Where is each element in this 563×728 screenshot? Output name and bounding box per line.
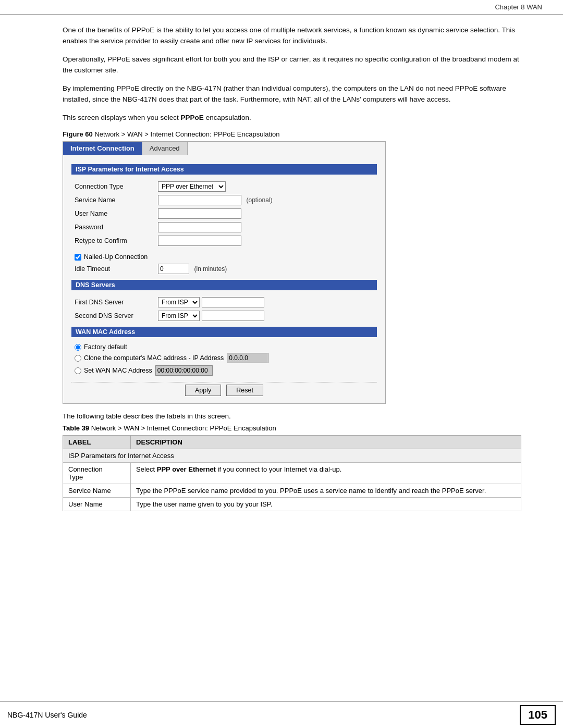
desc-suffix: if you connect to your Internet via dial…	[216, 465, 341, 473]
ui-panel: Internet Connection Advanced ISP Paramet…	[63, 141, 386, 404]
mac-set-row: Set WAN MAC Address	[71, 364, 377, 377]
dns-form-table: First DNS Server From ISP Second DNS Ser…	[71, 295, 377, 323]
apply-button[interactable]: Apply	[185, 385, 221, 396]
table-row-service-name: Service Name Type the PPPoE service name…	[63, 484, 521, 498]
mac-clone-ip-input[interactable]	[227, 353, 268, 363]
optional-label: (optional)	[246, 196, 272, 204]
connection-type-label: Connection Type	[71, 180, 155, 193]
password-input-cell	[155, 220, 377, 234]
mac-set-radio[interactable]	[75, 367, 81, 374]
idle-timeout-label: Idle Timeout	[71, 262, 155, 276]
section-dns-label: DNS Servers	[76, 281, 115, 289]
tab-advanced-label: Advanced	[150, 144, 180, 152]
span-row-isp-label: ISP Parameters for Internet Access	[63, 449, 521, 463]
nailed-up-checkbox[interactable]	[75, 254, 81, 261]
first-dns-select[interactable]: From ISP	[158, 297, 200, 307]
reset-button[interactable]: Reset	[226, 385, 263, 396]
tab-bar: Internet Connection Advanced	[63, 142, 385, 155]
connection-type-row: Connection Type PPP over Ethernet	[71, 180, 377, 193]
footer-left: NBG-417N User's Guide	[7, 711, 87, 719]
chapter-label: Chapter 8 WAN	[495, 3, 542, 11]
panel-body: ISP Parameters for Internet Access Conne…	[63, 155, 385, 403]
main-content: One of the benefits of PPPoE is the abil…	[0, 15, 563, 542]
figure-number: Figure 60	[63, 130, 93, 138]
service-name-label: Service Name	[71, 193, 155, 207]
figure-title: Network > WAN > Internet Connection: PPP…	[93, 130, 280, 138]
table-row-connection-type: ConnectionType Select PPP over Ethernet …	[63, 463, 521, 484]
first-dns-input-cell: From ISP	[155, 295, 377, 309]
retype-label: Retype to Confirm	[71, 234, 155, 248]
row-desc-service-name: Type the PPPoE service name provided to …	[131, 484, 521, 498]
para4-prefix: This screen displays when you select	[63, 114, 181, 121]
user-name-label: User Name	[71, 207, 155, 220]
mac-factory-label: Factory default	[84, 343, 127, 351]
mac-clone-label: Clone the computer's MAC address - IP Ad…	[84, 354, 224, 362]
tab-advanced[interactable]: Advanced	[142, 142, 188, 155]
tab-internet-label: Internet Connection	[70, 144, 134, 152]
row-label-user-name: User Name	[63, 498, 131, 511]
table-row-user-name: User Name Type the user name given to yo…	[63, 498, 521, 511]
tab-internet-connection[interactable]: Internet Connection	[63, 142, 142, 155]
retype-input-cell	[155, 234, 377, 248]
desc-bold: PPP over Ethernet	[157, 465, 216, 473]
user-name-input-cell	[155, 207, 377, 220]
page-number: 105	[520, 705, 556, 725]
span-row-isp: ISP Parameters for Internet Access	[63, 449, 521, 463]
following-text: The following table describes the labels…	[63, 412, 521, 420]
row-desc-connection-type: Select PPP over Ethernet if you connect …	[131, 463, 521, 484]
paragraph-3: By implementing PPPoE directly on the NB…	[63, 83, 521, 105]
table-title: Network > WAN > Internet Connection: PPP…	[89, 424, 276, 432]
mac-clone-row: Clone the computer's MAC address - IP Ad…	[71, 352, 377, 364]
table-number: Table 39	[63, 424, 89, 432]
chapter-header: Chapter 8 WAN	[0, 0, 563, 15]
user-name-row: User Name	[71, 207, 377, 220]
mac-set-input[interactable]	[155, 365, 213, 376]
nailed-up-row: Nailed-Up Connection	[71, 252, 377, 262]
second-dns-input-cell: From ISP	[155, 309, 377, 323]
retype-row: Retype to Confirm	[71, 234, 377, 248]
idle-timeout-input[interactable]	[158, 264, 189, 274]
idle-timeout-table: Idle Timeout (in minutes)	[71, 262, 377, 276]
row-label-service-name: Service Name	[63, 484, 131, 498]
row-label-connection-type: ConnectionType	[63, 463, 131, 484]
service-name-input-cell: (optional)	[155, 193, 377, 207]
para4-bold: PPPoE	[181, 114, 204, 121]
in-minutes-label: (in minutes)	[194, 265, 227, 273]
idle-timeout-row: Idle Timeout (in minutes)	[71, 262, 377, 276]
col-desc-header: DESCRIPTION	[131, 436, 521, 449]
second-dns-ip-input[interactable]	[202, 311, 264, 321]
retype-input[interactable]	[158, 236, 241, 246]
table-header-row: LABEL DESCRIPTION	[63, 436, 521, 449]
paragraph-1: One of the benefits of PPPoE is the abil…	[63, 25, 521, 47]
nailed-up-label: Nailed-Up Connection	[84, 253, 148, 261]
connection-type-select[interactable]: PPP over Ethernet	[158, 181, 226, 192]
section-mac-label: WAN MAC Address	[76, 328, 135, 336]
mac-factory-row: Factory default	[71, 342, 377, 352]
description-table: LABEL DESCRIPTION ISP Parameters for Int…	[63, 435, 521, 511]
section-mac-header: WAN MAC Address	[71, 327, 377, 337]
user-name-input[interactable]	[158, 208, 241, 219]
mac-set-label: Set WAN MAC Address	[84, 367, 152, 374]
mac-factory-radio[interactable]	[75, 344, 81, 351]
first-dns-label: First DNS Server	[71, 295, 155, 309]
col-label-header: LABEL	[63, 436, 131, 449]
first-dns-ip-input[interactable]	[202, 297, 264, 307]
mac-clone-radio[interactable]	[75, 355, 81, 362]
second-dns-label: Second DNS Server	[71, 309, 155, 323]
paragraph-4: This screen displays when you select PPP…	[63, 113, 521, 124]
row-desc-user-name: Type the user name given to you by your …	[131, 498, 521, 511]
password-label: Password	[71, 220, 155, 234]
para4-suffix: encapsulation.	[204, 114, 251, 121]
service-name-row: Service Name (optional)	[71, 193, 377, 207]
first-dns-row: First DNS Server From ISP	[71, 295, 377, 309]
section-isp-header: ISP Parameters for Internet Access	[71, 164, 377, 175]
desc-prefix: Select	[136, 465, 157, 473]
isp-form-table: Connection Type PPP over Ethernet Servic…	[71, 180, 377, 248]
section-isp-label: ISP Parameters for Internet Access	[76, 166, 184, 173]
service-name-input[interactable]	[158, 195, 241, 205]
second-dns-select[interactable]: From ISP	[158, 311, 200, 321]
button-row: Apply Reset	[71, 382, 377, 396]
idle-timeout-input-cell: (in minutes)	[155, 262, 377, 276]
password-input[interactable]	[158, 222, 241, 232]
connection-type-input-cell: PPP over Ethernet	[155, 180, 377, 193]
